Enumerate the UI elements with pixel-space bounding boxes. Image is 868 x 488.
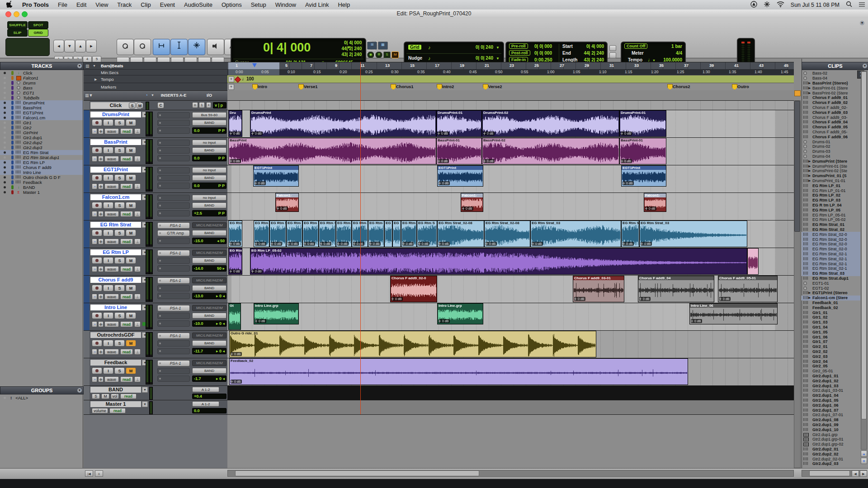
insert-slot-b[interactable] (157, 175, 190, 181)
solo-button[interactable]: S (114, 202, 125, 209)
clip-gain-badge[interactable]: 0 dB (719, 297, 731, 301)
zoom-wave-up-button[interactable]: ▲ (75, 40, 86, 52)
io-plug-chip[interactable]: + (206, 102, 211, 108)
scrubber-tool[interactable] (207, 39, 224, 55)
track-chip-M[interactable]: M (101, 394, 109, 399)
clip-dru[interactable]: Dru0 dB (228, 110, 242, 137)
timebase-icon[interactable]: ◔ (92, 183, 97, 189)
menu-clip[interactable]: Clip (136, 0, 155, 9)
bars-ruler[interactable]: 1579111315171921232527293133353739414345 (227, 62, 794, 69)
elastic-audio-icon[interactable]: ✛ (98, 294, 104, 300)
clips-list-item[interactable]: EG Rtm Strat_01 (802, 222, 860, 227)
timebase-icon[interactable]: ◔ (92, 266, 97, 272)
clips-list-item[interactable]: EGT1-01 (802, 281, 860, 286)
volume-value[interactable]: -10.0 (194, 321, 203, 326)
clips-vscroll-thumb[interactable] (861, 71, 867, 419)
automation-mode[interactable]: read (120, 156, 133, 162)
clips-scroll-down[interactable]: ▼ (861, 458, 867, 464)
track-visible-dot[interactable] (4, 156, 6, 159)
insert-slot-b[interactable] (157, 147, 190, 154)
insert-slot-a[interactable] (157, 167, 190, 174)
timebase-icon[interactable]: ◔ (92, 294, 97, 300)
clips-list-item[interactable]: Gtr1_06 (802, 334, 860, 339)
input-monitor-button[interactable]: I (103, 174, 113, 181)
track-visible-dot[interactable] (4, 117, 6, 119)
elastic-audio-icon[interactable]: ✛ (98, 183, 104, 189)
volume-value[interactable]: +2.5 (194, 211, 202, 216)
marker-label[interactable]: Chorus2 (673, 84, 690, 89)
clip-drumsprint02[interactable]: DrumsPrint-020 dB (482, 110, 619, 137)
track-lane-egrtmlp[interactable]: EG Rtm0 dBEG Rtm LP_05-020 dB (227, 248, 794, 275)
insert-slot-c[interactable] (157, 375, 190, 382)
sel-start-value[interactable]: 0| 4| 000 (344, 40, 362, 45)
insert-slot-b[interactable] (157, 285, 190, 291)
clips-list-item[interactable]: Gtr1_04 (802, 325, 860, 330)
menu-view[interactable]: View (91, 0, 113, 9)
view-selector[interactable]: wave (104, 128, 119, 134)
track-lane-feedback[interactable]: Feedback_020 dB (227, 358, 794, 385)
clip-egt1print[interactable]: EGT1Print0 dB (437, 165, 483, 187)
timebase-icon[interactable]: ◔ (92, 376, 97, 382)
clip-expand-arrow[interactable]: ▶ (808, 174, 811, 178)
solo-button[interactable]: S (114, 367, 125, 374)
clip-feedback02[interactable]: Feedback_020 dB (229, 358, 688, 385)
track-list-item[interactable]: EGT1Print (0, 110, 83, 115)
insert-slot-a[interactable]: PSA-1 (157, 250, 190, 256)
fader-icon[interactable]: ⊥ (134, 239, 141, 244)
clips-list-item[interactable]: EG Rtm Strat_02-1 (802, 261, 860, 266)
clip-expand-arrow[interactable]: ▶ (808, 160, 811, 163)
track-list-item[interactable]: Gtr2.dup2 (0, 140, 83, 145)
clips-list-item[interactable]: EG Rtm LP_02 (802, 193, 860, 198)
track-visible-dot[interactable] (4, 112, 6, 114)
record-button[interactable] (92, 257, 102, 264)
clips-list-item[interactable]: Gtr2.dup1.grp (802, 432, 860, 437)
solo-button[interactable]: S (114, 119, 125, 126)
marker-flag[interactable] (667, 84, 673, 90)
sel2-start-value[interactable]: 0| 4| 000 (586, 44, 604, 49)
snowflake-icon[interactable] (764, 1, 770, 9)
clips-list-item[interactable]: Gtr1_05 (802, 329, 860, 334)
clips-list-item[interactable]: Chorus F add9_02- (802, 105, 860, 110)
clip-egrtm[interactable]: EG Rtm0 dB (228, 248, 242, 275)
clips-list-item[interactable]: Gtr2.dup2_02-01 (802, 456, 860, 461)
input-monitor-button[interactable]: I (103, 119, 113, 126)
solo-button[interactable]: S (114, 230, 125, 236)
output-chip[interactable]: BAND (192, 285, 226, 291)
track-visible-dot[interactable] (4, 92, 6, 94)
clips-list-item[interactable]: EG Rtm Strat_02-1 (802, 252, 860, 257)
track-visible-dot[interactable] (4, 171, 6, 174)
fader-icon[interactable]: ⊥ (134, 376, 141, 382)
ruler-view-icon[interactable]: ▥ (85, 62, 90, 70)
clips-list-item[interactable]: Gtr2.dup1_10 (802, 427, 860, 432)
view-selector[interactable]: wave (104, 376, 119, 382)
clips-list-item[interactable]: Gtr2.dup1_06 (802, 403, 860, 408)
marker-flag[interactable] (391, 84, 396, 90)
output-chip[interactable]: BAND (192, 120, 226, 126)
track-chip-volume[interactable]: volume (92, 408, 108, 413)
track-visible-dot[interactable] (4, 107, 6, 109)
track-name[interactable]: BAND (90, 387, 141, 393)
output-chip[interactable]: BAND (192, 147, 226, 153)
clips-list-item[interactable]: ▶DrumsPrint-01 (Ste (802, 164, 860, 169)
canvas-vscroll-thumb[interactable] (794, 101, 800, 232)
marker-label[interactable]: Outro (737, 84, 749, 89)
track-chip-S[interactable]: S (92, 394, 100, 399)
bootcamp-icon[interactable] (750, 1, 757, 9)
output-chip[interactable]: BAND (192, 313, 226, 319)
output-chip[interactable]: BAND (192, 230, 226, 236)
clip-gain-badge[interactable]: 0 dB (621, 159, 632, 163)
clip-chorusfadd90501[interactable]: Chorus F add9_05-010 dB (718, 276, 778, 302)
input-monitor-button[interactable]: I (103, 147, 113, 154)
clips-list-item[interactable]: Gtr2_04 (802, 359, 860, 364)
menu-avid-link[interactable]: Avid Link (301, 0, 334, 9)
markers-ruler[interactable]: +IntroVerse1Chorus1Intro2Verse2Chorus2Ou… (227, 83, 794, 90)
clip-gain-badge[interactable]: 0 dB (255, 319, 266, 323)
volume-value[interactable]: -13.0 (194, 293, 203, 299)
elastic-audio-icon[interactable]: ✛ (98, 156, 104, 162)
solo-button[interactable]: S (114, 147, 125, 154)
clip-egrtmlp0502[interactable]: EG Rtm LP_05-020 dB (250, 248, 747, 275)
clips-list-item[interactable]: Drums-02 (802, 144, 860, 149)
solo-button[interactable]: S (114, 257, 125, 264)
clip-gain-badge[interactable]: 0 dB (230, 242, 241, 246)
postroll-value[interactable]: 0| 0| 000 (534, 51, 552, 56)
